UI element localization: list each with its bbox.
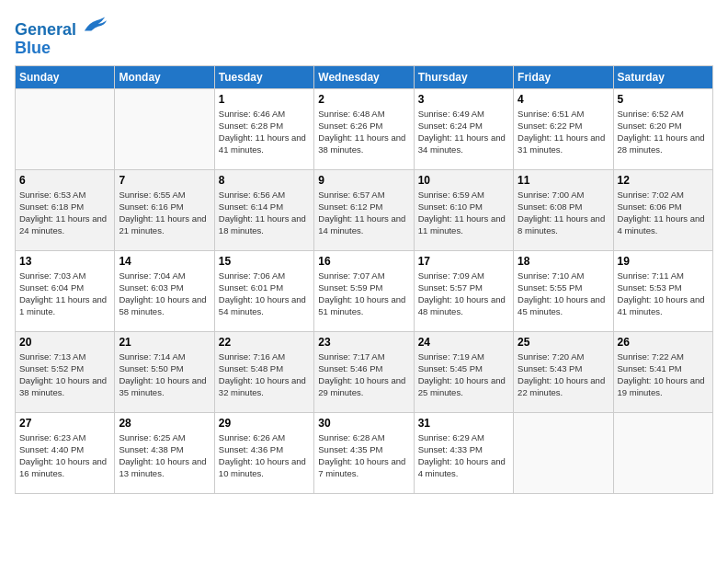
day-info: Sunrise: 6:28 AM Sunset: 4:35 PM Dayligh…: [318, 431, 409, 480]
calendar-cell: 16Sunrise: 7:07 AM Sunset: 5:59 PM Dayli…: [314, 250, 414, 331]
day-info: Sunrise: 7:07 AM Sunset: 5:59 PM Dayligh…: [318, 270, 409, 318]
logo: General Blue: [15, 15, 108, 58]
day-info: Sunrise: 7:17 AM Sunset: 5:46 PM Dayligh…: [318, 350, 409, 399]
calendar-cell: 31Sunrise: 6:29 AM Sunset: 4:33 PM Dayli…: [414, 412, 513, 493]
calendar-cell: 4Sunrise: 6:51 AM Sunset: 6:22 PM Daylig…: [514, 88, 613, 169]
calendar-week-row: 6Sunrise: 6:53 AM Sunset: 6:18 PM Daylig…: [16, 169, 713, 250]
day-info: Sunrise: 7:11 AM Sunset: 5:53 PM Dayligh…: [618, 270, 709, 318]
day-info: Sunrise: 6:59 AM Sunset: 6:10 PM Dayligh…: [418, 189, 509, 237]
day-info: Sunrise: 6:55 AM Sunset: 6:16 PM Dayligh…: [119, 189, 210, 237]
day-number: 19: [618, 255, 709, 268]
calendar-cell: 25Sunrise: 7:20 AM Sunset: 5:43 PM Dayli…: [514, 331, 613, 412]
day-info: Sunrise: 6:51 AM Sunset: 6:22 PM Dayligh…: [518, 108, 609, 156]
day-number: 13: [19, 255, 110, 268]
logo-text: General Blue: [15, 15, 108, 58]
day-number: 27: [19, 417, 110, 430]
day-info: Sunrise: 7:03 AM Sunset: 6:04 PM Dayligh…: [19, 270, 110, 318]
calendar-cell: 30Sunrise: 6:28 AM Sunset: 4:35 PM Dayli…: [314, 412, 414, 493]
day-info: Sunrise: 7:09 AM Sunset: 5:57 PM Dayligh…: [418, 270, 509, 318]
calendar-cell: [16, 88, 115, 169]
calendar-week-row: 20Sunrise: 7:13 AM Sunset: 5:52 PM Dayli…: [16, 331, 713, 412]
day-number: 5: [618, 93, 709, 106]
weekday-header-friday: Friday: [514, 65, 613, 88]
day-number: 9: [318, 174, 409, 187]
day-info: Sunrise: 6:46 AM Sunset: 6:28 PM Dayligh…: [219, 108, 310, 156]
day-number: 21: [119, 336, 210, 349]
calendar-cell: 8Sunrise: 6:56 AM Sunset: 6:14 PM Daylig…: [214, 169, 313, 250]
weekday-header-tuesday: Tuesday: [214, 65, 313, 88]
day-info: Sunrise: 6:25 AM Sunset: 4:38 PM Dayligh…: [119, 431, 210, 480]
day-info: Sunrise: 6:23 AM Sunset: 4:40 PM Dayligh…: [19, 431, 110, 480]
day-info: Sunrise: 7:04 AM Sunset: 6:03 PM Dayligh…: [119, 270, 210, 318]
calendar-cell: 21Sunrise: 7:14 AM Sunset: 5:50 PM Dayli…: [115, 331, 214, 412]
calendar-cell: 28Sunrise: 6:25 AM Sunset: 4:38 PM Dayli…: [115, 412, 214, 493]
page-header: General Blue: [15, 15, 713, 58]
calendar-cell: 24Sunrise: 7:19 AM Sunset: 5:45 PM Dayli…: [414, 331, 513, 412]
day-number: 18: [518, 255, 609, 268]
day-number: 24: [418, 336, 509, 349]
day-number: 10: [418, 174, 509, 187]
calendar-week-row: 1Sunrise: 6:46 AM Sunset: 6:28 PM Daylig…: [16, 88, 713, 169]
weekday-header-sunday: Sunday: [16, 65, 115, 88]
day-number: 28: [119, 417, 210, 430]
calendar-cell: 26Sunrise: 7:22 AM Sunset: 5:41 PM Dayli…: [613, 331, 712, 412]
calendar-cell: 19Sunrise: 7:11 AM Sunset: 5:53 PM Dayli…: [613, 250, 712, 331]
calendar-cell: 22Sunrise: 7:16 AM Sunset: 5:48 PM Dayli…: [214, 331, 313, 412]
day-number: 2: [318, 93, 409, 106]
day-number: 1: [219, 93, 310, 106]
day-number: 31: [418, 417, 509, 430]
calendar-cell: 12Sunrise: 7:02 AM Sunset: 6:06 PM Dayli…: [613, 169, 712, 250]
day-number: 26: [618, 336, 709, 349]
day-info: Sunrise: 6:26 AM Sunset: 4:36 PM Dayligh…: [219, 431, 310, 480]
calendar-cell: 2Sunrise: 6:48 AM Sunset: 6:26 PM Daylig…: [314, 88, 414, 169]
calendar-cell: 3Sunrise: 6:49 AM Sunset: 6:24 PM Daylig…: [414, 88, 513, 169]
day-info: Sunrise: 7:20 AM Sunset: 5:43 PM Dayligh…: [518, 350, 609, 399]
day-info: Sunrise: 7:19 AM Sunset: 5:45 PM Dayligh…: [418, 350, 509, 399]
calendar-cell: 20Sunrise: 7:13 AM Sunset: 5:52 PM Dayli…: [16, 331, 115, 412]
calendar-table: SundayMondayTuesdayWednesdayThursdayFrid…: [15, 65, 713, 494]
calendar-cell: 23Sunrise: 7:17 AM Sunset: 5:46 PM Dayli…: [314, 331, 414, 412]
day-number: 29: [219, 417, 310, 430]
weekday-header-thursday: Thursday: [414, 65, 513, 88]
day-number: 23: [318, 336, 409, 349]
day-info: Sunrise: 7:10 AM Sunset: 5:55 PM Dayligh…: [518, 270, 609, 318]
calendar-cell: 7Sunrise: 6:55 AM Sunset: 6:16 PM Daylig…: [115, 169, 214, 250]
calendar-cell: 5Sunrise: 6:52 AM Sunset: 6:20 PM Daylig…: [613, 88, 712, 169]
day-info: Sunrise: 6:53 AM Sunset: 6:18 PM Dayligh…: [19, 189, 110, 237]
day-number: 6: [19, 174, 110, 187]
weekday-header-monday: Monday: [115, 65, 214, 88]
calendar-cell: 13Sunrise: 7:03 AM Sunset: 6:04 PM Dayli…: [16, 250, 115, 331]
weekday-header-saturday: Saturday: [613, 65, 712, 88]
calendar-cell: 18Sunrise: 7:10 AM Sunset: 5:55 PM Dayli…: [514, 250, 613, 331]
weekday-header-wednesday: Wednesday: [314, 65, 414, 88]
day-number: 16: [318, 255, 409, 268]
day-info: Sunrise: 6:48 AM Sunset: 6:26 PM Dayligh…: [318, 108, 409, 156]
day-info: Sunrise: 6:52 AM Sunset: 6:20 PM Dayligh…: [618, 108, 709, 156]
day-number: 4: [518, 93, 609, 106]
calendar-header-row: SundayMondayTuesdayWednesdayThursdayFrid…: [16, 65, 713, 88]
calendar-cell: 29Sunrise: 6:26 AM Sunset: 4:36 PM Dayli…: [214, 412, 313, 493]
calendar-cell: 10Sunrise: 6:59 AM Sunset: 6:10 PM Dayli…: [414, 169, 513, 250]
calendar-cell: 1Sunrise: 6:46 AM Sunset: 6:28 PM Daylig…: [214, 88, 313, 169]
calendar-week-row: 27Sunrise: 6:23 AM Sunset: 4:40 PM Dayli…: [16, 412, 713, 493]
calendar-cell: [613, 412, 712, 493]
day-number: 3: [418, 93, 509, 106]
day-number: 11: [518, 174, 609, 187]
day-info: Sunrise: 7:06 AM Sunset: 6:01 PM Dayligh…: [219, 270, 310, 318]
day-info: Sunrise: 7:02 AM Sunset: 6:06 PM Dayligh…: [618, 189, 709, 237]
calendar-cell: [514, 412, 613, 493]
calendar-cell: 11Sunrise: 7:00 AM Sunset: 6:08 PM Dayli…: [514, 169, 613, 250]
calendar-cell: [115, 88, 214, 169]
day-number: 30: [318, 417, 409, 430]
day-info: Sunrise: 7:16 AM Sunset: 5:48 PM Dayligh…: [219, 350, 310, 399]
day-number: 14: [119, 255, 210, 268]
day-number: 7: [119, 174, 210, 187]
day-info: Sunrise: 6:29 AM Sunset: 4:33 PM Dayligh…: [418, 431, 509, 480]
day-number: 20: [19, 336, 110, 349]
day-info: Sunrise: 7:13 AM Sunset: 5:52 PM Dayligh…: [19, 350, 110, 399]
day-info: Sunrise: 7:00 AM Sunset: 6:08 PM Dayligh…: [518, 189, 609, 237]
calendar-cell: 27Sunrise: 6:23 AM Sunset: 4:40 PM Dayli…: [16, 412, 115, 493]
day-number: 22: [219, 336, 310, 349]
day-number: 17: [418, 255, 509, 268]
calendar-body: 1Sunrise: 6:46 AM Sunset: 6:28 PM Daylig…: [16, 88, 713, 493]
